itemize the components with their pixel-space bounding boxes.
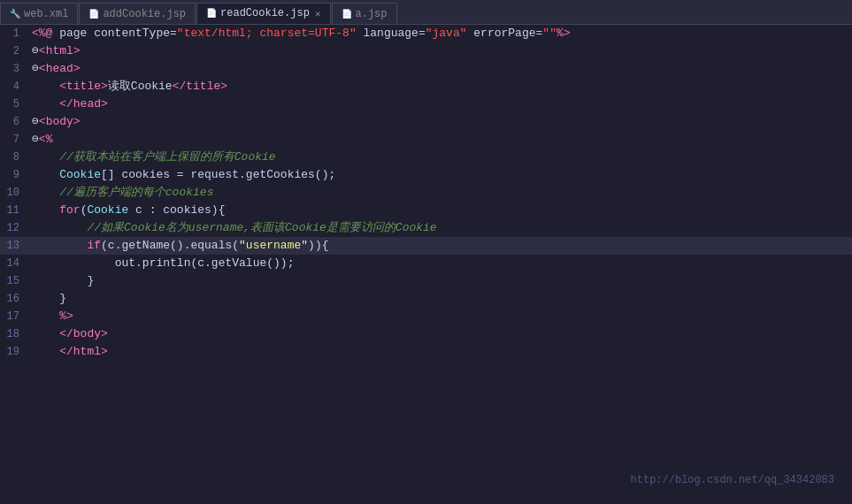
tab-a-jsp-label: a.jsp — [356, 8, 388, 20]
line-16: 16 } — [0, 290, 852, 308]
close-readcookie-button[interactable]: ✕ — [315, 8, 321, 19]
tab-readcookie[interactable]: 📄 readCookie.jsp ✕ — [196, 3, 330, 24]
line-13: 13 if(c.getName().equals("username")){ — [0, 237, 852, 255]
line-11: 11 for(Cookie c : cookies){ — [0, 202, 852, 219]
line-14: 14 out.println(c.getValue()); — [0, 255, 852, 272]
line-10: 10 //遍历客户端的每个cookies — [0, 184, 852, 202]
line-12: 12 //如果Cookie名为username,表面该Cookie是需要访问的C… — [0, 219, 852, 237]
line-3: 3 ⊖<head> — [0, 60, 852, 78]
tab-web-xml[interactable]: 🔧 web.xml — [0, 3, 78, 24]
editor-area[interactable]: 1 <%@ page contentType="text/html; chars… — [0, 25, 852, 504]
tab-a-jsp[interactable]: 📄 a.jsp — [332, 3, 397, 24]
web-xml-icon: 🔧 — [10, 9, 20, 19]
line-4: 4 <title>读取Cookie</title> — [0, 78, 852, 95]
a-jsp-icon: 📄 — [342, 9, 352, 19]
line-8: 8 //获取本站在客户端上保留的所有Cookie — [0, 149, 852, 166]
line-5: 5 </head> — [0, 95, 852, 113]
line-17: 17 %> — [0, 308, 852, 325]
code-container: 1 <%@ page contentType="text/html; chars… — [0, 25, 852, 361]
line-1: 1 <%@ page contentType="text/html; chars… — [0, 25, 852, 42]
line-7: 7 ⊖<% — [0, 131, 852, 149]
readcookie-icon: 📄 — [206, 8, 217, 19]
addcookie-icon: 📄 — [88, 9, 99, 19]
watermark: http://blog.csdn.net/qq_34342083 — [631, 474, 834, 486]
tab-addcookie-label: addCookie.jsp — [103, 8, 186, 20]
line-18: 18 </body> — [0, 325, 852, 343]
line-6: 6 ⊖<body> — [0, 113, 852, 131]
tab-bar: 🔧 web.xml 📄 addCookie.jsp 📄 readCookie.j… — [0, 0, 852, 25]
line-9: 9 Cookie[] cookies = request.getCookies(… — [0, 166, 852, 184]
tab-readcookie-label: readCookie.jsp — [220, 7, 310, 19]
line-19: 19 </html> — [0, 343, 852, 361]
tab-web-xml-label: web.xml — [24, 8, 68, 20]
tab-addcookie[interactable]: 📄 addCookie.jsp — [79, 3, 196, 24]
line-2: 2 ⊖<html> — [0, 42, 852, 60]
line-15: 15 } — [0, 272, 852, 290]
